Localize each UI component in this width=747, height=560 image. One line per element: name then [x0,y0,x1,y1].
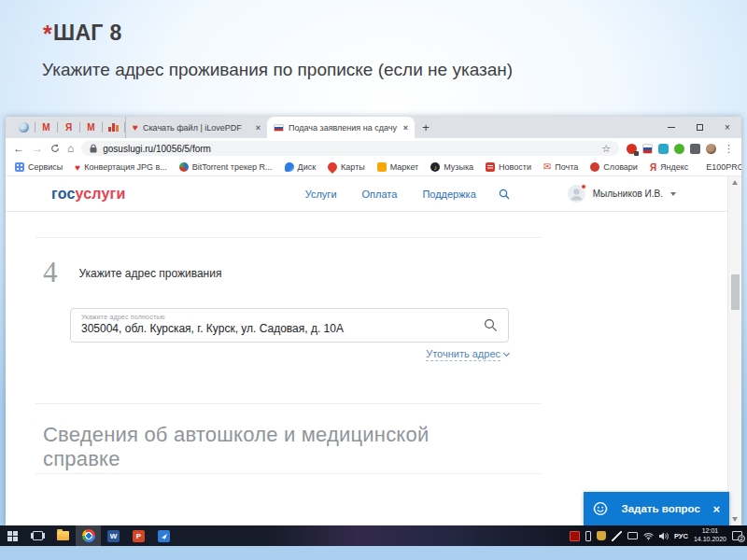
volume-icon[interactable] [659,532,669,540]
clarify-address-link[interactable]: Уточнить адрес [426,348,500,361]
user-menu[interactable]: Мыльников И.В. [568,185,676,203]
ask-question-button[interactable]: Задать вопрос [616,503,705,514]
nav-payment[interactable]: Оплата [362,189,398,200]
pinned-tab-edge[interactable] [13,117,35,138]
adobe-acrobat-icon[interactable] [570,531,580,541]
bookmarks-bar: Сервисы ♥Конвертация JPG в... BitTorrent… [6,159,741,176]
extensions-pin-icon[interactable] [690,144,700,154]
bookmark-jpg-convert[interactable]: ♥Конвертация JPG в... [75,162,167,173]
close-tab-icon[interactable]: × [403,123,408,133]
task-view-icon [33,531,43,540]
pinned-tab-gmail-1[interactable]: M [35,117,57,138]
gosuslugi-logo[interactable]: госуслуги [51,186,125,203]
bookmark-bittorrent[interactable]: BitTorrent трекер R... [179,162,273,172]
clarify-address-row: Уточнить адрес [70,348,509,361]
required-asterisk: * [43,21,52,47]
tab-gosuslugi-active[interactable]: Подача заявления на сдачу экз × [267,117,415,138]
wifi-icon[interactable] [643,532,654,540]
notification-dot [581,184,586,189]
ilovepdf-heart-icon: ♥ [133,122,138,133]
page-content: госуслуги Услуги Оплата Поддержка Мыльни… [6,176,741,525]
site-navigation: Услуги Оплата Поддержка [305,189,476,200]
blue-app-icon [158,530,170,542]
bookmark-news[interactable]: Новости [486,162,531,172]
bookmark-maps[interactable]: Карты [328,162,365,172]
pinned-tab-gmail-2[interactable]: M [80,117,102,138]
adblock-extension-icon[interactable] [627,144,637,154]
nav-services[interactable]: Услуги [305,189,337,200]
task-view-button[interactable] [25,525,50,546]
folder-icon [57,531,69,540]
bookmark-e100pro[interactable]: E100PRO [706,162,741,172]
chat-widget[interactable]: Задать вопрос × [584,492,729,525]
address-bar[interactable]: gosuslugi.ru/10056/5/form ☆ [81,141,619,156]
ilovepdf-heart-icon: ♥ [75,162,80,173]
maximize-icon [697,124,703,131]
close-tab-icon[interactable]: × [256,123,261,133]
start-button[interactable] [0,525,25,546]
url-text[interactable]: gosuslugi.ru/10056/5/form [103,144,596,154]
services-grid-icon [15,162,24,172]
bookmark-star-icon[interactable]: ☆ [601,143,611,155]
bookmark-services[interactable]: Сервисы [15,162,63,172]
time: 12:01 [694,527,726,536]
close-window-button[interactable]: × [713,117,741,138]
chrome-taskbar-button[interactable] [76,525,101,546]
pinned-tab-stats[interactable] [103,117,124,138]
refresh-icon[interactable] [50,144,60,153]
profile-avatar-icon[interactable] [706,144,716,154]
bookmark-mail[interactable]: ✉Почта [543,162,578,172]
teal-extension-icon[interactable] [658,144,669,154]
bookmark-music[interactable]: ♪Музыка [430,162,473,172]
tab-ilovepdf[interactable]: ♥ Скачать файл | iLovePDF × [125,117,267,138]
browser-menu-icon[interactable]: ⋮ [724,143,734,155]
address-input[interactable]: Укажите адрес полностью 305004, обл. Кур… [70,308,509,343]
close-icon[interactable]: × [712,503,720,515]
phone-icon[interactable] [585,531,591,541]
action-center-icon[interactable]: 2 [732,531,742,540]
divider [35,473,541,474]
tab-strip: M Я M ♥ Скачать файл | iLovePDF × Подача… [6,117,741,138]
bookmark-yandex[interactable]: ЯЯндекс [650,162,688,172]
pen-icon[interactable] [612,531,622,541]
bookmark-dictionaries[interactable]: Словари [590,162,638,172]
language-indicator[interactable]: РУС [674,532,688,540]
bookmark-disk[interactable]: Диск [285,162,317,172]
window-controls: × [657,117,741,138]
blue-app-taskbar-button[interactable] [151,525,176,546]
clock[interactable]: 12:01 14.10.2020 [694,527,726,544]
back-icon[interactable]: ← [13,143,24,154]
minimize-button[interactable] [657,117,685,138]
nav-support[interactable]: Поддержка [422,189,475,200]
powerpoint-icon: P [133,530,145,542]
home-icon[interactable]: ⌂ [67,143,74,154]
slide-background: *ШАГ 8 Укажите адрес проживания по пропи… [0,0,747,560]
maximize-button[interactable] [685,117,713,138]
stats-bars-icon [108,123,119,132]
word-icon: W [107,530,120,542]
search-icon[interactable] [499,189,510,200]
security-shield-icon[interactable] [597,531,606,540]
scrollbar[interactable] [727,176,741,525]
flag-extension-icon[interactable] [642,144,653,154]
yandex-icon: Я [650,162,656,172]
tray-folder-icon[interactable] [627,532,638,539]
powerpoint-taskbar-button[interactable]: P [126,525,151,546]
scroll-down-icon[interactable] [732,517,738,522]
bookmark-market[interactable]: Маркет [377,162,418,172]
word-taskbar-button[interactable]: W [101,525,126,546]
forward-icon[interactable]: → [32,143,43,154]
support-smiley-icon [592,500,609,517]
application-form: 4 Укажите адрес проживания Укажите адрес… [35,212,541,474]
green-extension-icon[interactable] [674,144,684,154]
file-explorer-button[interactable] [50,525,76,546]
tab-title: Подача заявления на сдачу экз [289,123,399,133]
notification-badge: 2 [738,535,745,542]
scrollbar-thumb[interactable] [731,274,740,310]
slide-title: *ШАГ 8 [43,21,121,48]
pinned-tab-yandex[interactable]: Я [58,117,79,138]
new-tab-button[interactable]: + [415,119,437,137]
scroll-up-icon[interactable] [732,180,738,185]
address-input-value[interactable]: 305004, обл. Курская, г. Курск, ул. Садо… [81,322,472,335]
search-icon[interactable] [484,318,498,332]
